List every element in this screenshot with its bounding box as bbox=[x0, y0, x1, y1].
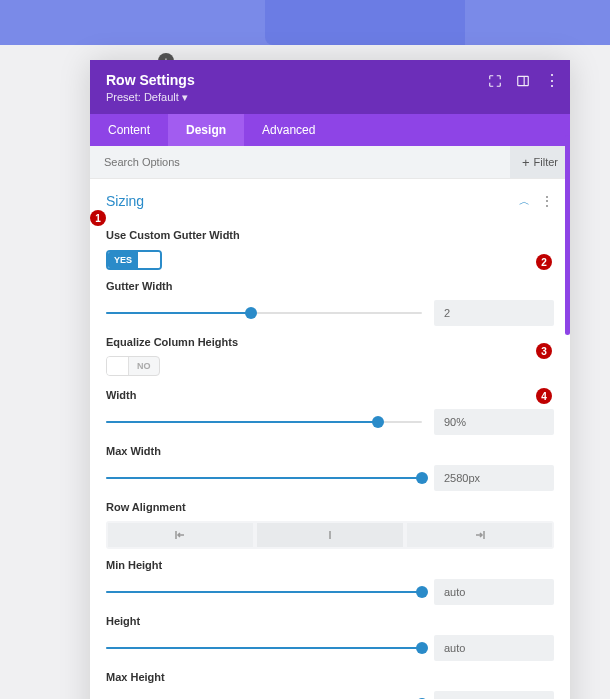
align-center-button[interactable] bbox=[257, 523, 402, 547]
collapse-icon[interactable]: ︿ bbox=[519, 194, 530, 209]
annotation-marker-1: 1 bbox=[90, 210, 106, 226]
tab-bar: Content Design Advanced bbox=[90, 114, 570, 146]
expand-icon[interactable] bbox=[488, 74, 502, 88]
tab-content[interactable]: Content bbox=[90, 114, 168, 146]
more-icon[interactable]: ⋮ bbox=[544, 74, 558, 88]
align-left-button[interactable] bbox=[108, 523, 253, 547]
tab-advanced[interactable]: Advanced bbox=[244, 114, 333, 146]
label-height: Height bbox=[106, 615, 554, 627]
value-max-width[interactable]: 2580px bbox=[434, 465, 554, 491]
slider-height[interactable] bbox=[106, 638, 422, 658]
panel-title: Row Settings bbox=[106, 72, 554, 88]
search-input[interactable] bbox=[90, 146, 510, 178]
toggle-custom-gutter[interactable]: YES bbox=[106, 250, 162, 270]
section-more-icon[interactable]: ⋮ bbox=[540, 193, 554, 209]
slider-gutter[interactable] bbox=[106, 303, 422, 323]
preset-dropdown[interactable]: Preset: Default ▾ bbox=[106, 91, 554, 104]
label-width: Width bbox=[106, 389, 554, 401]
slider-max-width[interactable] bbox=[106, 468, 422, 488]
label-custom-gutter: Use Custom Gutter Width bbox=[106, 229, 554, 241]
label-gutter-width: Gutter Width bbox=[106, 280, 554, 292]
section-sizing-header[interactable]: Sizing ︿ ⋮ bbox=[90, 179, 570, 219]
row-settings-panel: Row Settings Preset: Default ▾ ⋮ Content… bbox=[90, 60, 570, 699]
panel-header: Row Settings Preset: Default ▾ ⋮ bbox=[90, 60, 570, 114]
label-equalize: Equalize Column Heights bbox=[106, 336, 554, 348]
annotation-marker-3: 3 bbox=[536, 343, 552, 359]
slider-width[interactable] bbox=[106, 412, 422, 432]
annotation-marker-4: 4 bbox=[536, 388, 552, 404]
toggle-off-knob bbox=[107, 357, 129, 375]
value-max-height[interactable]: none bbox=[434, 691, 554, 699]
value-min-height[interactable]: auto bbox=[434, 579, 554, 605]
label-min-height: Min Height bbox=[106, 559, 554, 571]
filter-button[interactable]: +Filter bbox=[510, 146, 570, 178]
section-body: Use Custom Gutter Width YES Gutter Width… bbox=[90, 229, 570, 699]
label-max-width: Max Width bbox=[106, 445, 554, 457]
toggle-knob bbox=[138, 252, 160, 268]
annotation-marker-2: 2 bbox=[536, 254, 552, 270]
value-width[interactable]: 90% bbox=[434, 409, 554, 435]
toggle-no-label: NO bbox=[129, 361, 159, 371]
section-sizing-title: Sizing bbox=[106, 193, 519, 209]
value-height[interactable]: auto bbox=[434, 635, 554, 661]
toggle-yes-label: YES bbox=[108, 252, 138, 268]
panel-scrollbar[interactable] bbox=[565, 135, 570, 335]
align-right-button[interactable] bbox=[407, 523, 552, 547]
sidebar-toggle-icon[interactable] bbox=[516, 74, 530, 88]
filter-label: Filter bbox=[534, 156, 558, 168]
svg-rect-0 bbox=[518, 76, 529, 85]
toggle-equalize[interactable]: NO bbox=[106, 356, 160, 376]
tab-design[interactable]: Design bbox=[168, 114, 244, 146]
search-bar: +Filter bbox=[90, 146, 570, 179]
page-background-tab bbox=[265, 0, 465, 45]
value-gutter[interactable]: 2 bbox=[434, 300, 554, 326]
label-max-height: Max Height bbox=[106, 671, 554, 683]
slider-max-height[interactable] bbox=[106, 694, 422, 699]
row-alignment-group bbox=[106, 521, 554, 549]
slider-min-height[interactable] bbox=[106, 582, 422, 602]
label-row-align: Row Alignment bbox=[106, 501, 554, 513]
